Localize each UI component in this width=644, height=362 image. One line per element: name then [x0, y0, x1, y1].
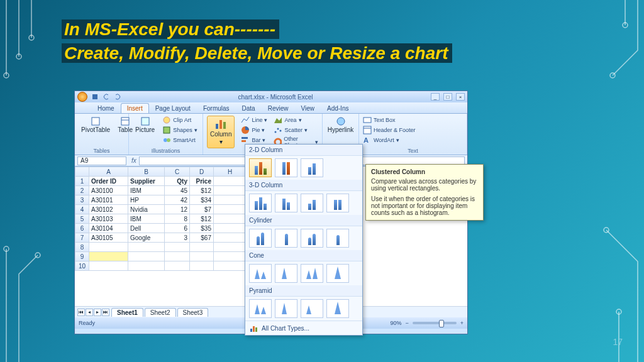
- chart-type-thumb[interactable]: [249, 194, 272, 212]
- tabnav-last[interactable]: ⏭: [102, 309, 109, 316]
- name-box[interactable]: A9: [77, 156, 126, 165]
- chart-type-thumb[interactable]: [326, 229, 349, 248]
- cell[interactable]: [128, 252, 165, 261]
- row-header[interactable]: 6: [75, 224, 89, 233]
- cell[interactable]: [89, 243, 128, 252]
- tabnav-prev[interactable]: ◂: [86, 309, 93, 316]
- cell[interactable]: [165, 243, 190, 252]
- tab-addins[interactable]: Add-Ins: [321, 103, 355, 113]
- cell[interactable]: $7: [190, 205, 214, 214]
- cell[interactable]: 6: [165, 224, 190, 233]
- save-icon[interactable]: [91, 93, 99, 101]
- cell[interactable]: [190, 243, 214, 252]
- tab-data[interactable]: Data: [236, 103, 262, 113]
- chart-type-thumb[interactable]: [326, 299, 349, 318]
- chart-type-thumb[interactable]: [326, 264, 349, 283]
- cell[interactable]: A30103: [89, 214, 128, 224]
- row-header[interactable]: 9: [75, 252, 89, 261]
- cell[interactable]: [128, 261, 165, 271]
- chart-type-thumb[interactable]: [275, 194, 297, 212]
- row-header[interactable]: 2: [75, 186, 89, 195]
- cell[interactable]: Nvidia: [128, 205, 165, 214]
- clipart-button[interactable]: Clip Art: [162, 116, 197, 124]
- tab-review[interactable]: Review: [262, 103, 295, 113]
- undo-icon[interactable]: [103, 93, 110, 101]
- cell[interactable]: $12: [190, 214, 214, 224]
- chart-type-thumb[interactable]: [249, 229, 272, 248]
- cell[interactable]: [214, 214, 247, 224]
- cell[interactable]: 42: [165, 195, 190, 205]
- cell[interactable]: [214, 233, 247, 243]
- col-header[interactable]: C: [165, 167, 190, 177]
- tabnav-first[interactable]: ⏮: [77, 309, 85, 316]
- chart-type-thumb[interactable]: [249, 264, 272, 283]
- sheet-tab[interactable]: Sheet3: [177, 308, 209, 317]
- cell[interactable]: [214, 186, 247, 195]
- cell[interactable]: [214, 252, 247, 261]
- chart-type-thumb[interactable]: [301, 229, 323, 248]
- cell[interactable]: [214, 195, 247, 205]
- redo-icon[interactable]: [114, 93, 121, 101]
- zoom-out-button[interactable]: −: [405, 320, 408, 326]
- cell[interactable]: A30100: [89, 186, 128, 195]
- fx-icon[interactable]: fx: [131, 157, 136, 164]
- cell[interactable]: IBM: [128, 186, 165, 195]
- row-header[interactable]: 1: [75, 177, 89, 186]
- cell[interactable]: [214, 205, 247, 214]
- row-header[interactable]: 3: [75, 195, 89, 205]
- col-header[interactable]: D: [190, 167, 214, 177]
- chart-type-thumb[interactable]: [249, 299, 272, 318]
- picture-button[interactable]: Picture: [133, 116, 157, 145]
- row-header[interactable]: 10: [75, 261, 89, 271]
- zoom-slider[interactable]: [413, 322, 457, 324]
- chart-type-thumb[interactable]: [275, 158, 297, 177]
- cell[interactable]: [89, 261, 128, 271]
- cell[interactable]: Google: [128, 233, 165, 243]
- chart-type-thumb[interactable]: [301, 158, 323, 177]
- cell[interactable]: 45: [165, 186, 190, 195]
- row-header[interactable]: 8: [75, 243, 89, 252]
- cell[interactable]: 3: [165, 233, 190, 243]
- cell[interactable]: [89, 252, 128, 261]
- col-header[interactable]: B: [128, 167, 165, 177]
- sheet-tab[interactable]: Sheet2: [145, 308, 176, 317]
- cell[interactable]: Order ID: [89, 177, 128, 186]
- textbox-button[interactable]: Text Box: [363, 116, 463, 124]
- chart-type-thumb[interactable]: [301, 299, 323, 318]
- tab-home[interactable]: Home: [91, 103, 121, 113]
- col-header[interactable]: H: [214, 167, 247, 177]
- scatter-chart-button[interactable]: Scatter ▾: [274, 126, 318, 134]
- bar-chart-button[interactable]: Bar ▾: [241, 136, 267, 145]
- cell[interactable]: Dell: [128, 224, 165, 233]
- chart-type-thumb[interactable]: [275, 229, 297, 248]
- chart-type-thumb[interactable]: [326, 194, 349, 212]
- line-chart-button[interactable]: Line ▾: [241, 116, 267, 124]
- office-button[interactable]: [77, 92, 87, 102]
- cell[interactable]: A30101: [89, 195, 128, 205]
- cell[interactable]: $12: [190, 186, 214, 195]
- cell[interactable]: [190, 261, 214, 271]
- header-footer-button[interactable]: Header & Footer: [363, 126, 463, 134]
- pivottable-button[interactable]: PivotTable: [79, 116, 113, 134]
- cell[interactable]: $34: [190, 195, 214, 205]
- minimize-button[interactable]: _: [431, 93, 440, 101]
- chart-type-thumb[interactable]: [275, 299, 297, 318]
- hyperlink-button[interactable]: Hyperlink: [326, 116, 355, 134]
- tab-formulas[interactable]: Formulas: [197, 103, 236, 113]
- tab-page-layout[interactable]: Page Layout: [149, 103, 197, 113]
- cell[interactable]: A30105: [89, 233, 128, 243]
- cell[interactable]: IBM: [128, 214, 165, 224]
- cell[interactable]: Supplier: [128, 177, 165, 186]
- row-header[interactable]: 5: [75, 214, 89, 224]
- cell[interactable]: Qty: [165, 177, 190, 186]
- chart-type-thumb[interactable]: [301, 264, 323, 283]
- cell[interactable]: Price: [190, 177, 214, 186]
- column-chart-button[interactable]: Column ▾: [207, 116, 235, 148]
- cell[interactable]: A30102: [89, 205, 128, 214]
- shapes-button[interactable]: Shapes ▾: [162, 126, 197, 134]
- cell[interactable]: [214, 177, 247, 186]
- cell[interactable]: 12: [165, 205, 190, 214]
- row-header[interactable]: 4: [75, 205, 89, 214]
- maximize-button[interactable]: □: [443, 93, 452, 101]
- chart-type-thumb[interactable]: [301, 194, 323, 212]
